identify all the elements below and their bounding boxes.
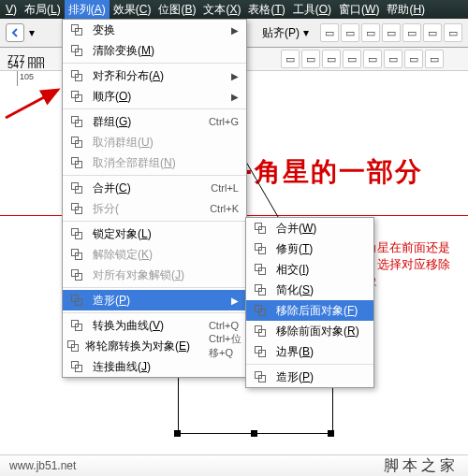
shape-tool-3[interactable]: ▭ <box>322 50 341 68</box>
menu-icon <box>66 246 87 263</box>
footer: www.jb51.net 脚本之家 <box>0 454 468 476</box>
sel-handle[interactable] <box>251 430 257 437</box>
menu-shortcut: Ctrl+Q <box>209 320 239 331</box>
footer-brand: 脚本之家 <box>384 456 459 476</box>
menu-label: 清除变换(M) <box>93 43 239 59</box>
menu-item[interactable]: 清除变换(M) <box>63 40 246 61</box>
menu-item[interactable]: 造形(P)▶ <box>63 290 246 310</box>
menu-icon <box>66 113 87 130</box>
menubar-item[interactable]: 布局(L) <box>21 0 65 19</box>
menubar-item[interactable]: 排列(A) <box>65 0 110 19</box>
menu-icon <box>66 22 87 38</box>
back-button[interactable] <box>6 23 24 42</box>
tool-icon-6[interactable]: ▭ <box>423 23 442 42</box>
menu-label: 合并(C) <box>93 180 192 196</box>
menu-icon <box>66 338 80 354</box>
menu-item[interactable]: 移除后面对象(F) <box>246 300 373 321</box>
sel-handle[interactable] <box>328 430 334 437</box>
menu-item[interactable]: 将轮廓转换为对象(E)Ctrl+位移+Q <box>63 336 246 356</box>
menu-label: 移除前面对象(R) <box>276 324 366 339</box>
menubar-item[interactable]: 位图(B) <box>154 0 199 19</box>
menu-icon <box>250 343 271 360</box>
menu-icon <box>66 225 87 242</box>
menu-label: 修剪(T) <box>276 241 366 257</box>
shape-tool-2[interactable]: ▭ <box>301 50 320 68</box>
tool-icon-2[interactable]: ▭ <box>341 23 359 42</box>
menu-item: 解除锁定(K) <box>63 244 246 265</box>
menu-label: 取消群组(U) <box>93 135 239 151</box>
menu-item[interactable]: 移除前面对象(R) <box>246 321 373 341</box>
menu-label: 边界(B) <box>276 344 366 360</box>
tool-icon-7[interactable]: ▭ <box>444 23 462 42</box>
shape-tool-1[interactable]: ▭ <box>281 50 300 68</box>
menu-item[interactable]: 合并(W) <box>246 218 373 238</box>
sel-handle[interactable] <box>174 430 181 437</box>
menu-icon <box>250 302 271 319</box>
ruler-tick-label: 105 <box>20 72 34 81</box>
shape-tool-8[interactable]: ▭ <box>425 50 444 68</box>
menubar-item[interactable]: V) <box>2 0 21 19</box>
tool-icon-4[interactable]: ▭ <box>382 23 401 42</box>
menubar-item[interactable]: 帮助(H) <box>383 0 429 19</box>
menu-icon <box>250 261 271 278</box>
shape-tool-5[interactable]: ▭ <box>363 50 382 68</box>
menu-item[interactable]: 简化(S) <box>246 280 373 300</box>
menubar-item[interactable]: 工具(O) <box>289 0 335 19</box>
menu-label: 对所有对象解锁(J) <box>93 267 239 283</box>
shape-tool-4[interactable]: ▭ <box>343 50 361 68</box>
submenu-arrow-icon: ▶ <box>231 25 239 36</box>
menu-item[interactable]: 连接曲线(J) <box>63 356 246 377</box>
snap-dropdown[interactable]: ▾ <box>303 26 309 39</box>
menu-item[interactable]: 合并(C)Ctrl+L <box>63 178 246 198</box>
svg-line-0 <box>6 90 58 118</box>
menu-label: 简化(S) <box>276 282 366 298</box>
submenu-arrow-icon: ▶ <box>231 92 239 102</box>
menu-label: 变换 <box>93 22 220 38</box>
menu-label: 群组(G) <box>93 114 190 130</box>
menubar-item[interactable]: 表格(T) <box>244 0 288 19</box>
menu-shortcut: Ctrl+L <box>211 182 239 194</box>
menubar-item[interactable]: 文本(X) <box>199 0 244 19</box>
menu-label: 连接曲线(J) <box>93 359 239 375</box>
menu-item[interactable]: 变换▶ <box>63 20 246 40</box>
menu-item[interactable]: 边界(B) <box>246 341 373 362</box>
menu-label: 对齐和分布(A) <box>93 68 220 84</box>
menu-item: 取消群组(U) <box>63 132 246 152</box>
menu-item[interactable]: 修剪(T) <box>246 238 373 259</box>
menu-icon <box>66 180 87 196</box>
menu-icon <box>66 134 87 151</box>
menubar-item[interactable]: 效果(C) <box>110 0 155 19</box>
menubar: V)布局(L)排列(A)效果(C)位图(B)文本(X)表格(T)工具(O)窗口(… <box>0 0 468 19</box>
menu-icon <box>66 292 87 309</box>
menu-shortcut: Ctrl+位移+Q <box>209 332 241 360</box>
menu-item: 对所有对象解锁(J) <box>63 265 246 285</box>
menu-icon <box>66 42 87 59</box>
back-history-dropdown[interactable]: ▾ <box>27 26 40 39</box>
menu-label: 造形(P) <box>276 369 366 385</box>
menu-label: 取消全部群组(N) <box>93 155 239 171</box>
menu-item: 拆分(Ctrl+K <box>63 198 246 219</box>
menu-item: 取消全部群组(N) <box>63 152 246 173</box>
menu-label: 合并(W) <box>276 221 366 237</box>
tool-icon-5[interactable]: ▭ <box>402 23 421 42</box>
menu-item[interactable]: 锁定对象(L) <box>63 224 246 244</box>
menu-shortcut: Ctrl+K <box>210 203 239 214</box>
menu-label: 相交(I) <box>276 262 366 278</box>
tool-icon-1[interactable]: ▭ <box>320 23 339 42</box>
menu-item[interactable]: 群组(G)Ctrl+G <box>63 111 246 132</box>
height-value[interactable]: 547 mm <box>6 59 66 70</box>
menu-item[interactable]: 对齐和分布(A)▶ <box>63 65 246 86</box>
shape-tool-7[interactable]: ▭ <box>404 50 423 68</box>
menu-icon <box>66 358 87 375</box>
menubar-item[interactable]: 窗口(W) <box>335 0 383 19</box>
shape-tool-6[interactable]: ▭ <box>384 50 402 68</box>
menu-label: 转换为曲线(V) <box>93 318 190 334</box>
snap-label[interactable]: 贴齐(P) <box>262 25 300 41</box>
menu-item[interactable]: 相交(I) <box>246 259 373 280</box>
menu-item[interactable]: 造形(P) <box>246 367 373 387</box>
menu-item[interactable]: 顺序(O)▶ <box>63 86 246 107</box>
submenu-arrow-icon: ▶ <box>231 71 239 81</box>
menu-label: 顺序(O) <box>93 89 220 105</box>
tool-icon-3[interactable]: ▭ <box>361 23 380 42</box>
menu-icon <box>250 220 271 237</box>
